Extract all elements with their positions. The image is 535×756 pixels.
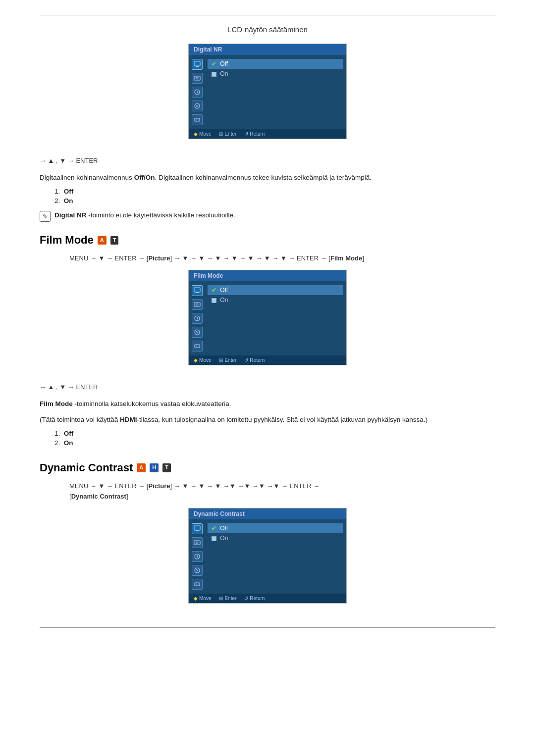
digital-nr-description: Digitaalinen kohinanvaimennus Off/On. Di… (40, 172, 495, 183)
dynamic-contrast-menu: Dynamic Contrast (188, 508, 347, 604)
dc-footer-enter: ⊞ Enter (219, 596, 236, 601)
digital-nr-nav: → ▲ , ▼ → ENTER (40, 156, 495, 166)
option-off-digital-nr[interactable]: ✔ Off (208, 59, 343, 69)
dynamic-contrast-badge-a: A (137, 463, 146, 472)
top-border (40, 15, 495, 15)
page-container: LCD-näytön säätäminen Digital NR (0, 0, 535, 643)
film-mode-badge-t: T (110, 236, 119, 245)
menu-footer-digital-nr: ◆ Move ⊞ Enter ↺ Return (189, 129, 346, 139)
film-footer-return: ↺ Return (244, 357, 265, 363)
film-footer-enter: ⊞ Enter (219, 357, 236, 363)
film-icon-2 (192, 299, 203, 310)
film-footer-move: ◆ Move (194, 357, 211, 363)
svg-line-6 (197, 92, 198, 93)
film-mode-list-1: 1. Off (54, 430, 495, 437)
dynamic-contrast-section: Dynamic Contrast A H T MENU → ▼ → ENTER … (40, 461, 495, 612)
dc-footer-move: ◆ Move (194, 596, 211, 601)
option-off-film-mode[interactable]: ✔ Off (208, 285, 343, 295)
film-mode-nav-instruction: → ▲ , ▼ → ENTER (40, 382, 495, 393)
svg-rect-24 (194, 526, 200, 530)
menu-title-dynamic-contrast: Dynamic Contrast (189, 508, 346, 519)
menu-icon-list (192, 57, 203, 127)
dc-icon-5 (192, 579, 203, 590)
dc-icon-1 (192, 523, 203, 534)
footer-enter: ⊞ Enter (219, 131, 236, 137)
option-off-dynamic-contrast[interactable]: ✔ Off (208, 523, 343, 533)
film-mode-menu-nav: MENU → ▼ → ENTER → [Picture] → ▼ → ▼ → ▼… (69, 253, 495, 264)
svg-rect-25 (196, 530, 199, 531)
digital-nr-menu: Digital NR (188, 44, 347, 139)
film-mode-section: Film Mode A T MENU → ▼ → ENTER → [Pictur… (40, 234, 495, 447)
svg-rect-2 (194, 76, 200, 80)
option-on-digital-nr[interactable]: On (208, 69, 343, 79)
svg-rect-12 (194, 288, 200, 292)
svg-rect-34 (195, 583, 200, 586)
menu-options-digital-nr: ✔ Off On (208, 57, 343, 127)
svg-rect-0 (194, 61, 200, 66)
dynamic-contrast-badge-t: T (162, 463, 171, 472)
menu-footer-dynamic-contrast: ◆ Move ⊞ Enter ↺ Return (189, 594, 346, 603)
note-icon: ✎ (40, 211, 51, 222)
dynamic-contrast-menu-nav: MENU → ▼ → ENTER → [Picture] → ▼ → ▼ → ▼… (69, 481, 495, 502)
footer-move: ◆ Move (194, 131, 211, 137)
menu-title-digital-nr: Digital NR (189, 44, 346, 55)
film-mode-badge-a: A (98, 236, 107, 245)
menu-icon-4 (192, 101, 203, 111)
menu-options-dynamic-contrast: ✔ Off On (208, 521, 343, 592)
svg-line-30 (197, 556, 198, 557)
option-on-dynamic-contrast[interactable]: On (208, 533, 343, 543)
dynamic-contrast-icon-list (192, 521, 203, 592)
menu-footer-film-mode: ◆ Move ⊞ Enter ↺ Return (189, 355, 346, 365)
film-mode-desc1: Film Mode -toiminnolla katselukokemus va… (40, 399, 495, 409)
film-icon-3 (192, 313, 203, 324)
film-mode-title: Film Mode (40, 234, 94, 247)
svg-rect-14 (194, 302, 200, 306)
svg-point-27 (196, 542, 198, 544)
digital-nr-list-2: 2. On (54, 197, 495, 204)
film-mode-icon-list (192, 283, 203, 353)
film-icon-1 (192, 285, 203, 296)
dc-icon-2 (192, 537, 203, 548)
film-mode-desc2: (Tätä toimintoa voi käyttää HDMI-tilassa… (40, 414, 495, 425)
dynamic-contrast-title: Dynamic Contrast (40, 461, 133, 474)
page-title: LCD-näytön säätäminen (40, 25, 495, 34)
note-text: Digital NR -toiminto ei ole käytettäviss… (54, 210, 235, 220)
svg-rect-1 (196, 66, 199, 67)
digital-nr-note: ✎ Digital NR -toiminto ei ole käytettävi… (40, 210, 495, 222)
menu-options-film-mode: ✔ Off On (208, 283, 343, 353)
dc-icon-3 (192, 551, 203, 562)
svg-line-18 (197, 318, 198, 319)
svg-rect-13 (196, 292, 199, 293)
svg-rect-22 (195, 345, 200, 348)
dc-icon-4 (192, 565, 203, 576)
menu-icon-3 (192, 87, 203, 98)
film-icon-4 (192, 327, 203, 338)
svg-rect-26 (194, 541, 200, 545)
footer-return: ↺ Return (244, 131, 265, 137)
menu-icon-5 (192, 114, 203, 125)
dynamic-contrast-badge-h: H (150, 463, 159, 472)
bottom-border (40, 627, 495, 628)
svg-rect-10 (195, 118, 200, 121)
dc-footer-return: ↺ Return (244, 596, 265, 601)
digital-nr-list-1: 1. Off (54, 188, 495, 195)
svg-point-3 (196, 77, 198, 79)
film-icon-5 (192, 341, 203, 352)
film-mode-menu: Film Mode (188, 270, 347, 365)
svg-point-15 (196, 303, 198, 305)
menu-title-film-mode: Film Mode (189, 270, 346, 281)
option-on-film-mode[interactable]: On (208, 295, 343, 305)
film-mode-heading: Film Mode A T (40, 234, 495, 247)
film-mode-list-2: 2. On (54, 439, 495, 447)
dynamic-contrast-heading: Dynamic Contrast A H T (40, 461, 495, 474)
menu-icon-2 (192, 73, 203, 84)
menu-icon-1 (192, 59, 203, 70)
